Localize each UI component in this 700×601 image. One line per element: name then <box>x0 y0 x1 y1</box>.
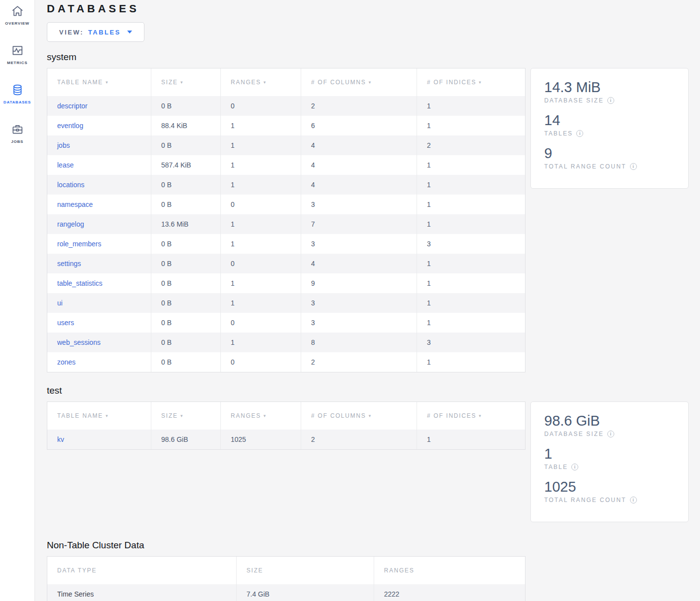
column-header-of-columns[interactable]: # OF COLUMNS▾ <box>301 68 417 96</box>
cell: users <box>47 313 151 333</box>
cell: 0 B <box>151 352 221 372</box>
sidebar-item-overview[interactable]: OVERVIEW <box>0 0 35 39</box>
info-icon[interactable]: i <box>576 130 583 137</box>
table-name-link[interactable]: namespace <box>57 200 93 208</box>
column-header-table-name[interactable]: TABLE NAME▾ <box>47 68 151 96</box>
cell: 1 <box>417 254 525 273</box>
database-summary-card: 98.6 GiBDATABASE SIZEi1TABLEi1025TOTAL R… <box>530 401 689 522</box>
cell: settings <box>47 254 151 273</box>
cell: 1 <box>221 214 301 234</box>
database-name-heading: test <box>47 385 689 396</box>
cell: Time Series <box>47 584 237 601</box>
column-header-of-columns[interactable]: # OF COLUMNS▾ <box>301 402 417 430</box>
table-name-link[interactable]: kv <box>57 435 64 443</box>
sort-caret-icon: ▾ <box>369 80 372 85</box>
info-icon[interactable]: i <box>607 431 614 437</box>
stat-label: TABLEi <box>544 464 675 470</box>
cell: 1 <box>221 234 301 254</box>
sidebar-item-label: JOBS <box>11 139 24 144</box>
table-name-link[interactable]: settings <box>57 260 81 267</box>
cell: 0 B <box>151 234 221 254</box>
table-name-link[interactable]: descriptor <box>57 102 87 110</box>
info-icon[interactable]: i <box>630 497 637 503</box>
table-name-link[interactable]: rangelog <box>57 220 84 228</box>
cell: 1 <box>221 293 301 313</box>
column-header-of-indices[interactable]: # OF INDICES▾ <box>417 402 525 430</box>
cell: 1 <box>221 155 301 175</box>
cell: 2 <box>417 135 525 155</box>
cell: 1025 <box>221 430 301 449</box>
info-icon[interactable]: i <box>630 163 637 170</box>
cell: 1 <box>417 175 525 195</box>
cell: locations <box>47 175 151 195</box>
view-selector-dropdown[interactable]: VIEW: TABLES <box>47 22 144 42</box>
cell: 1 <box>221 135 301 155</box>
non-table-section: Non-Table Cluster Data DATA TYPESIZERANG… <box>47 539 689 601</box>
table-name-link[interactable]: users <box>57 319 74 327</box>
column-header-ranges[interactable]: RANGES▾ <box>221 68 301 96</box>
non-table-title: Non-Table Cluster Data <box>47 539 689 551</box>
cell: 4 <box>301 135 417 155</box>
database-section-system: system TABLE NAME▾SIZE▾RANGES▾# OF COLUM… <box>47 52 689 372</box>
column-header-size[interactable]: SIZE▾ <box>151 402 221 430</box>
cell: 1 <box>221 273 301 293</box>
cell: 0 B <box>151 175 221 195</box>
table-name-link[interactable]: locations <box>57 181 84 189</box>
cell: 0 <box>221 352 301 372</box>
summary-stat: 1025TOTAL RANGE COUNTi <box>544 478 675 503</box>
cell: 8 <box>301 333 417 352</box>
cell: 2 <box>301 430 417 449</box>
cell: eventlog <box>47 116 151 135</box>
sidebar-item-jobs[interactable]: JOBS <box>0 118 35 158</box>
table-name-link[interactable]: zones <box>57 358 75 366</box>
column-header-of-indices[interactable]: # OF INDICES▾ <box>417 68 525 96</box>
table-row: web_sessions0 B183 <box>47 333 525 352</box>
column-header-size[interactable]: SIZE▾ <box>151 68 221 96</box>
table-name-link[interactable]: eventlog <box>57 122 83 130</box>
summary-stat: 98.6 GiBDATABASE SIZEi <box>544 412 675 437</box>
info-icon[interactable]: i <box>571 464 578 470</box>
stat-label: TABLESi <box>544 130 675 137</box>
cell: 0 B <box>151 313 221 333</box>
table-header-row: TABLE NAME▾SIZE▾RANGES▾# OF COLUMNS▾# OF… <box>47 68 525 96</box>
sort-caret-icon: ▾ <box>263 80 266 85</box>
table-name-link[interactable]: web_sessions <box>57 338 101 346</box>
cell: 0 B <box>151 273 221 293</box>
column-header-table-name[interactable]: TABLE NAME▾ <box>47 402 151 430</box>
sidebar-item-databases[interactable]: DATABASES <box>0 79 35 118</box>
cell: 98.6 GiB <box>151 430 221 449</box>
cell: namespace <box>47 195 151 214</box>
stat-value: 1 <box>544 445 675 462</box>
cell: 3 <box>417 234 525 254</box>
stat-value: 14 <box>544 112 675 129</box>
cell: 587.4 KiB <box>151 155 221 175</box>
cell: 0 B <box>151 333 221 352</box>
cell: 3 <box>301 313 417 333</box>
column-header-ranges[interactable]: RANGES▾ <box>221 402 301 430</box>
table-row: jobs0 B142 <box>47 135 525 155</box>
database-icon <box>11 83 24 97</box>
table-row: zones0 B021 <box>47 352 525 372</box>
table-name-link[interactable]: jobs <box>57 141 70 149</box>
cell: 0 <box>221 195 301 214</box>
table-name-link[interactable]: role_members <box>57 240 101 248</box>
table-name-link[interactable]: ui <box>57 299 63 307</box>
table-name-link[interactable]: lease <box>57 161 73 169</box>
table-name-link[interactable]: table_statistics <box>57 279 103 287</box>
cell: ui <box>47 293 151 313</box>
column-header-ranges: RANGES <box>374 557 525 584</box>
cell: 1 <box>417 155 525 175</box>
table-row: role_members0 B133 <box>47 234 525 254</box>
sidebar-item-label: METRICS <box>7 61 28 65</box>
sidebar-item-metrics[interactable]: METRICS <box>0 39 35 79</box>
table-row: lease587.4 KiB141 <box>47 155 525 175</box>
cell: 2222 <box>374 584 525 601</box>
table-row: descriptor0 B021 <box>47 96 525 116</box>
database-summary-card: 14.3 MiBDATABASE SIZEi14TABLESi9TOTAL RA… <box>530 68 689 189</box>
stat-label: TOTAL RANGE COUNTi <box>544 497 675 503</box>
info-icon[interactable]: i <box>607 97 614 104</box>
column-header-size: SIZE <box>237 557 374 584</box>
cell: 1 <box>417 293 525 313</box>
cell: 4 <box>301 155 417 175</box>
table-row: table_statistics0 B191 <box>47 273 525 293</box>
